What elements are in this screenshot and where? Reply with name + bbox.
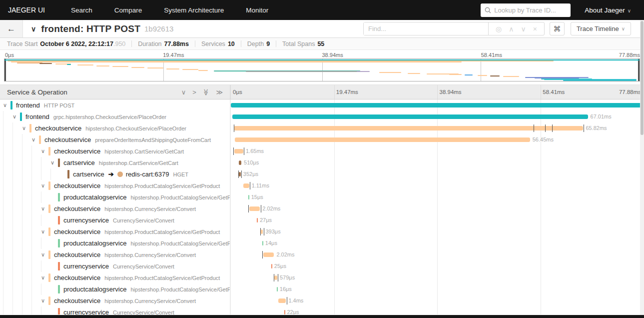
span-name-cell[interactable]: ∨ currencyservice CurrencyService/Conver…: [0, 260, 231, 272]
span-name-cell[interactable]: ∨ cartservice hipstershop.CartService/Ge…: [0, 157, 231, 168]
span-row[interactable]: ∨ checkoutservice hipstershop.ProductCat…: [0, 180, 644, 192]
span-timeline-cell[interactable]: 67.01ms: [231, 111, 644, 122]
span-timeline-cell[interactable]: 1.65ms: [231, 146, 644, 157]
minimap-canvas[interactable]: [4, 58, 640, 82]
span-bar[interactable]: [234, 126, 584, 130]
span-bar[interactable]: [271, 264, 272, 268]
span-timeline-cell[interactable]: 2.02ms: [231, 203, 644, 214]
keyboard-shortcuts-button[interactable]: ⌘: [550, 22, 565, 36]
span-timeline-cell[interactable]: 2.02ms: [231, 249, 644, 260]
clear-find-icon[interactable]: ×: [533, 25, 537, 33]
span-row[interactable]: ∨ checkoutservice hipstershop.ProductCat…: [0, 226, 644, 238]
find-input[interactable]: [364, 22, 489, 35]
span-bar[interactable]: [239, 172, 241, 176]
span-timeline-cell[interactable]: 510μs: [231, 157, 644, 168]
chevron-down-icon[interactable]: ∨: [41, 206, 48, 212]
span-row[interactable]: ∨ productcatalogservice hipstershop.Prod…: [0, 192, 644, 203]
expand-one-icon[interactable]: >: [192, 89, 196, 96]
span-timeline-cell[interactable]: 25μs: [231, 260, 644, 272]
span-timeline-cell[interactable]: 352μs: [231, 168, 644, 180]
span-row[interactable]: ∨ currencyservice CurrencyService/Conver…: [0, 306, 644, 314]
prev-match-icon[interactable]: ∧: [509, 25, 514, 33]
span-timeline-cell[interactable]: 65.82ms: [231, 122, 644, 134]
span-name-cell[interactable]: ∨ frontend HTTP POST: [0, 100, 231, 111]
nav-item-system-architecture[interactable]: System Architecture: [153, 6, 235, 14]
span-timeline-cell[interactable]: 1.11ms: [231, 180, 644, 192]
trace-lookup-box[interactable]: [481, 4, 571, 17]
minimap-right-handle[interactable]: [638, 59, 640, 81]
chevron-down-icon[interactable]: ∨: [22, 125, 29, 132]
span-bar[interactable]: [239, 160, 241, 165]
span-name-cell[interactable]: ∨ currencyservice CurrencyService/Conver…: [0, 214, 231, 226]
chevron-down-icon[interactable]: ∨: [41, 252, 48, 258]
span-name-cell[interactable]: ∨ checkoutservice hipstershop.ProductCat…: [0, 272, 231, 284]
chevron-down-icon[interactable]: ∨: [3, 102, 10, 108]
span-name-cell[interactable]: ∨ checkoutservice hipstershop.CurrencySe…: [0, 249, 231, 260]
span-row[interactable]: ∨ checkoutservice hipstershop.CurrencySe…: [0, 249, 644, 260]
back-button[interactable]: ←: [0, 20, 23, 38]
span-name-cell[interactable]: ∨ checkoutservice hipstershop.CartServic…: [0, 146, 231, 157]
span-timeline-cell[interactable]: 579μs: [231, 272, 644, 284]
span-bar[interactable]: [248, 195, 249, 200]
span-timeline-cell[interactable]: 1.4ms: [231, 295, 644, 306]
chevron-down-icon[interactable]: ∨: [12, 114, 20, 120]
span-bar[interactable]: [249, 206, 260, 211]
span-name-cell[interactable]: ∨ checkoutservice hipstershop.CheckoutSe…: [0, 122, 231, 134]
trace-view-select[interactable]: Trace Timeline∨: [571, 22, 631, 36]
span-name-cell[interactable]: ∨ checkoutservice prepareOrderItemsAndSh…: [0, 134, 231, 146]
span-row[interactable]: ∨ checkoutservice hipstershop.CheckoutSe…: [0, 122, 644, 134]
span-row[interactable]: ∨ checkoutservice hipstershop.ProductCat…: [0, 272, 644, 284]
span-name-cell[interactable]: ∨ cartservice ➔ redis-cart:6379 HGET: [0, 168, 231, 180]
trace-lookup-input[interactable]: [494, 6, 567, 14]
span-row[interactable]: ∨ checkoutservice hipstershop.CurrencySe…: [0, 203, 644, 214]
span-name-cell[interactable]: ∨ checkoutservice hipstershop.CurrencySe…: [0, 295, 231, 306]
collapse-one-icon[interactable]: ∨: [181, 89, 186, 96]
span-bar[interactable]: [263, 252, 274, 257]
span-timeline-cell[interactable]: 14μs: [231, 238, 644, 249]
span-bar[interactable]: [261, 230, 263, 234]
span-bar[interactable]: [235, 138, 530, 142]
span-timeline-cell[interactable]: 16μs: [231, 284, 644, 295]
chevron-down-icon[interactable]: ∨: [41, 274, 48, 281]
span-name-cell[interactable]: ∨ checkoutservice hipstershop.ProductCat…: [0, 180, 231, 192]
span-bar[interactable]: [243, 184, 249, 188]
span-timeline-cell[interactable]: 22μs: [231, 306, 644, 314]
vertical-scrollbar[interactable]: [640, 20, 644, 315]
span-bar[interactable]: [231, 103, 644, 108]
span-timeline-cell[interactable]: 393μs: [231, 226, 644, 238]
span-row[interactable]: ∨ productcatalogservice hipstershop.Prod…: [0, 284, 644, 295]
span-name-cell[interactable]: ∨ checkoutservice hipstershop.ProductCat…: [0, 226, 231, 238]
about-jaeger-menu[interactable]: About Jaeger∨: [585, 6, 644, 14]
nav-item-monitor[interactable]: Monitor: [235, 6, 279, 14]
expand-all-icon[interactable]: ≫: [216, 89, 223, 96]
span-bar[interactable]: [274, 276, 277, 280]
span-row[interactable]: ∨ checkoutservice prepareOrderItemsAndSh…: [0, 134, 644, 146]
app-brand[interactable]: JAEGER UI: [0, 6, 60, 14]
chevron-down-icon[interactable]: ∨: [41, 148, 48, 154]
span-row[interactable]: ∨ checkoutservice hipstershop.CurrencySe…: [0, 295, 644, 306]
span-timeline-cell[interactable]: [231, 100, 644, 111]
chevron-down-icon[interactable]: ∨: [31, 136, 39, 143]
span-row[interactable]: ∨ currencyservice CurrencyService/Conver…: [0, 260, 644, 272]
span-name-cell[interactable]: ∨ checkoutservice hipstershop.CurrencySe…: [0, 203, 231, 214]
collapse-trace-chevron-icon[interactable]: ∨: [31, 25, 36, 33]
span-bar[interactable]: [234, 149, 243, 154]
chevron-down-icon[interactable]: ∨: [41, 182, 48, 189]
span-bar[interactable]: [257, 218, 258, 222]
span-row[interactable]: ∨ frontend grpc.hipstershop.CheckoutServ…: [0, 111, 644, 122]
focus-match-icon[interactable]: ◎: [496, 25, 502, 33]
span-timeline-cell[interactable]: 56.45ms: [231, 134, 644, 146]
span-bar[interactable]: [262, 241, 263, 246]
span-name-cell[interactable]: ∨ productcatalogservice hipstershop.Prod…: [0, 192, 231, 203]
chevron-down-icon[interactable]: ∨: [41, 228, 48, 235]
span-row[interactable]: ∨ cartservice ➔ redis-cart:6379 HGET 352…: [0, 168, 644, 180]
span-timeline-cell[interactable]: 15μs: [231, 192, 644, 203]
span-name-cell[interactable]: ∨ productcatalogservice hipstershop.Prod…: [0, 284, 231, 295]
span-row[interactable]: ∨ checkoutservice hipstershop.CartServic…: [0, 146, 644, 157]
minimap-left-handle[interactable]: [4, 59, 6, 81]
span-name-cell[interactable]: ∨ productcatalogservice hipstershop.Prod…: [0, 238, 231, 249]
collapse-all-icon[interactable]: ≫: [203, 88, 209, 96]
span-row[interactable]: ∨ currencyservice CurrencyService/Conver…: [0, 214, 644, 226]
next-match-icon[interactable]: ∨: [521, 25, 526, 33]
span-bar[interactable]: [277, 287, 278, 292]
